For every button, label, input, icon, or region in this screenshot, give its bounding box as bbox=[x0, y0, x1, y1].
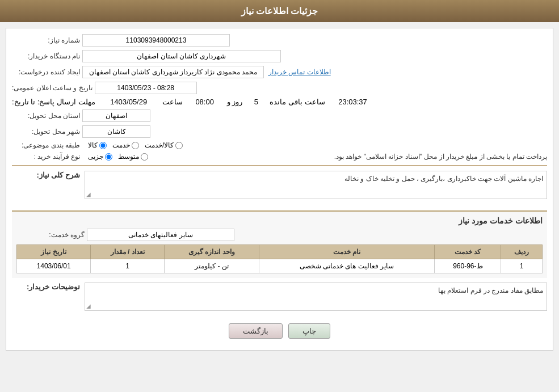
need-description-label: شرح کلی نیاز: bbox=[12, 171, 80, 179]
deadline-time-label: ساعت bbox=[162, 98, 183, 106]
cell-name: سایر فعالیت های خدماتی شخصی bbox=[259, 259, 435, 273]
back-button[interactable]: بازگشت bbox=[229, 323, 283, 339]
buyer-org-value: شهرداری کاشان استان اصفهان bbox=[82, 50, 281, 62]
province-row: اصفهان استان محل تحویل: bbox=[12, 109, 547, 122]
resize-handle: ◢ bbox=[86, 191, 91, 197]
deadline-days-label: روز و bbox=[227, 98, 243, 106]
buyer-notes-section: مطابق مفاد مندرج در فرم استعلام بها ◢ تو… bbox=[12, 283, 547, 317]
purchase-note: پرداخت تمام یا بخشی از مبلغ خریدار از مح… bbox=[154, 153, 547, 161]
col-date: تاریخ نیاز bbox=[17, 245, 91, 259]
table-row: 1 ط-96-960 سایر فعالیت های خدماتی شخصی ت… bbox=[17, 259, 543, 273]
service-group-row: سایر فعالیتهای خدماتی گروه خدمت: bbox=[16, 229, 543, 241]
city-row: کاشان شهر محل تحویل: bbox=[12, 125, 547, 138]
services-section: اطلاعات خدمات مورد نیاز سایر فعالیتهای خ… bbox=[12, 210, 547, 278]
category-option-kala-khedmat: کالا/خدمت bbox=[145, 141, 183, 149]
purchase-option-motawaset: متوسط bbox=[118, 153, 148, 161]
table-header: ردیف کد خدمت نام خدمت واحد اندازه گیری ت… bbox=[17, 245, 543, 259]
category-option-khedmat: خدمت bbox=[112, 141, 139, 149]
deadline-date: 1403/05/29 bbox=[98, 98, 160, 106]
creator-contact-link[interactable]: اطلاعات تماس خریدار bbox=[268, 68, 331, 76]
service-group-label: گروه خدمت: bbox=[16, 231, 85, 239]
deadline-time-value: 08:00 bbox=[185, 98, 225, 106]
purchase-option-jozii: جزیی bbox=[88, 153, 112, 161]
buyer-notes-label: توضیحات خریدار: bbox=[12, 283, 80, 291]
col-qty: تعداد / مقدار bbox=[91, 245, 165, 259]
service-group-value: سایر فعالیتهای خدماتی bbox=[87, 229, 234, 241]
print-button[interactable]: چاپ bbox=[288, 323, 330, 339]
province-label: استان محل تحویل: bbox=[12, 112, 80, 120]
announcement-label: تاریخ و ساعت اعلان عمومی: bbox=[12, 84, 93, 92]
page-header: جزئیات اطلاعات نیاز bbox=[0, 0, 559, 22]
deadline-row: 23:03:37 ساعت باقی مانده 5 روز و 08:00 س… bbox=[12, 98, 547, 106]
city-label: شهر محل تحویل: bbox=[12, 128, 80, 136]
announcement-row: 1403/05/23 - 08:28 تاریخ و ساعت اعلان عم… bbox=[12, 82, 547, 94]
category-label: طبقه بندی موضوعی: bbox=[12, 141, 80, 149]
need-description-value: اجاره ماشین آلات جهت خاکبرداری ،بارگیری … bbox=[344, 175, 543, 183]
separator-1 bbox=[12, 165, 547, 166]
table-header-row: ردیف کد خدمت نام خدمت واحد اندازه گیری ت… bbox=[17, 245, 543, 259]
cell-row: 1 bbox=[501, 259, 543, 273]
announcement-value: 1403/05/23 - 08:28 bbox=[95, 82, 197, 94]
cell-date: 1403/06/01 bbox=[17, 259, 91, 273]
deadline-remaining-value: 23:03:37 bbox=[327, 98, 379, 106]
purchase-type-row: پرداخت تمام یا بخشی از مبلغ خریدار از مح… bbox=[12, 153, 547, 161]
footer-buttons: چاپ بازگشت bbox=[12, 323, 547, 344]
city-value: کاشان bbox=[82, 125, 150, 138]
need-number-row: 1103093948000213 شماره نیاز: bbox=[12, 34, 547, 47]
header-title: جزئیات اطلاعات نیاز bbox=[241, 6, 318, 16]
creator-label: ایجاد کننده درخواست: bbox=[12, 68, 80, 76]
purchase-type-label: نوع فرآیند خرید : bbox=[12, 153, 80, 161]
deadline-remaining-label: ساعت باقی مانده bbox=[270, 98, 325, 106]
need-description-section: اجاره ماشین آلات جهت خاکبرداری ،بارگیری … bbox=[12, 171, 547, 205]
table-body: 1 ط-96-960 سایر فعالیت های خدماتی شخصی ت… bbox=[17, 259, 543, 273]
category-row: کالا/خدمت خدمت کالا طبقه بندی موضوعی: bbox=[12, 141, 547, 149]
category-option-kala: کالا bbox=[88, 141, 107, 149]
page-wrapper: جزئیات اطلاعات نیاز 1103093948000213 شما… bbox=[0, 0, 559, 351]
need-description-box: اجاره ماشین آلات جهت خاکبرداری ،بارگیری … bbox=[85, 171, 547, 199]
deadline-days-value: 5 bbox=[245, 98, 267, 106]
services-table: ردیف کد خدمت نام خدمت واحد اندازه گیری ت… bbox=[16, 245, 543, 273]
buyer-notes-resize: ◢ bbox=[86, 303, 91, 309]
col-name: نام خدمت bbox=[259, 245, 435, 259]
buyer-notes-value: مطابق مفاد مندرج در فرم استعلام بها bbox=[438, 286, 543, 294]
main-content: 1103093948000213 شماره نیاز: شهرداری کاش… bbox=[6, 28, 553, 351]
buyer-notes-box: مطابق مفاد مندرج در فرم استعلام بها ◢ bbox=[85, 283, 547, 311]
services-section-title: اطلاعات خدمات مورد نیاز bbox=[16, 216, 543, 225]
cell-code: ط-96-960 bbox=[435, 259, 501, 273]
buyer-org-label: نام دستگاه خریدار: bbox=[12, 52, 80, 60]
need-number-value: 1103093948000213 bbox=[82, 34, 230, 47]
province-value: اصفهان bbox=[82, 109, 150, 122]
creator-value: محمد محمودی نژاد کاربرداز شهرداری کاشان … bbox=[82, 66, 264, 78]
cell-unit: تن - کیلومتر bbox=[165, 259, 259, 273]
deadline-label: مهلت ارسال پاسخ: تا تاریخ: bbox=[12, 98, 95, 106]
col-code: کد خدمت bbox=[435, 245, 501, 259]
cell-qty: 1 bbox=[91, 259, 165, 273]
col-row: ردیف bbox=[501, 245, 543, 259]
creator-row: اطلاعات تماس خریدار محمد محمودی نژاد کار… bbox=[12, 66, 547, 78]
need-number-label: شماره نیاز: bbox=[12, 36, 80, 44]
buyer-org-row: شهرداری کاشان استان اصفهان نام دستگاه خر… bbox=[12, 50, 547, 62]
col-unit: واحد اندازه گیری bbox=[165, 245, 259, 259]
